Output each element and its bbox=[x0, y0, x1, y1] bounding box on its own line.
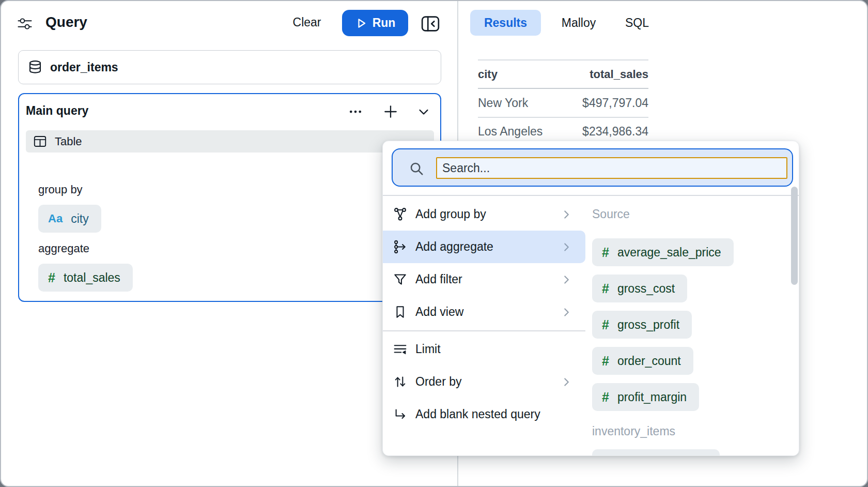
menu-item-add-filter[interactable]: Add filter bbox=[383, 263, 585, 296]
field-name: order_count bbox=[617, 354, 681, 368]
menu-item-label: Add aggregate bbox=[415, 240, 493, 254]
number-type-icon: # bbox=[602, 390, 609, 405]
tab-results[interactable]: Results bbox=[470, 10, 541, 36]
number-type-icon: # bbox=[602, 354, 609, 369]
run-button-label: Run bbox=[373, 16, 396, 30]
plus-icon bbox=[382, 103, 399, 120]
field-option-partial[interactable] bbox=[592, 449, 720, 456]
group-by-label: group by bbox=[38, 183, 83, 196]
add-clause-popup: Add group by Add aggregate Add f bbox=[382, 141, 799, 456]
app-window: Query Clear Run order_items Main query bbox=[0, 0, 868, 487]
add-clause-button[interactable] bbox=[381, 102, 400, 121]
menu-divider bbox=[383, 330, 585, 331]
source-selector[interactable]: order_items bbox=[18, 50, 441, 84]
menu-item-label: Order by bbox=[415, 375, 461, 389]
string-type-icon: Aa bbox=[48, 212, 63, 225]
menu-item-label: Add view bbox=[415, 305, 463, 319]
chevron-right-icon bbox=[560, 375, 573, 389]
column-header-total-sales: total_sales bbox=[544, 68, 648, 81]
aggregate-icon bbox=[393, 239, 408, 254]
column-header-city: city bbox=[478, 68, 498, 81]
chevron-down-icon bbox=[416, 104, 431, 119]
chevron-right-icon bbox=[560, 306, 573, 319]
number-type-icon: # bbox=[48, 270, 55, 285]
aggregate-field-name: total_sales bbox=[64, 271, 120, 285]
menu-item-label: Add filter bbox=[415, 272, 462, 286]
view-type-label: Table bbox=[55, 135, 82, 148]
menu-item-limit[interactable]: Limit bbox=[383, 333, 585, 366]
field-name: profit_margin bbox=[617, 390, 687, 404]
menu-item-add-group-by[interactable]: Add group by bbox=[383, 198, 585, 231]
aggregate-label: aggregate bbox=[38, 242, 89, 255]
nested-arrow-icon bbox=[393, 407, 408, 422]
more-options-button[interactable] bbox=[346, 102, 365, 121]
group-by-field-chip[interactable]: Aa city bbox=[38, 205, 101, 233]
table-cell: New York bbox=[478, 96, 528, 110]
chevron-right-icon bbox=[560, 208, 573, 221]
field-option-average-sale-price[interactable]: # average_sale_price bbox=[592, 238, 734, 266]
table-cell: $497,797.04 bbox=[544, 96, 648, 110]
menu-item-label: Add group by bbox=[415, 207, 486, 221]
search-box bbox=[392, 148, 793, 187]
group-by-field-name: city bbox=[71, 212, 89, 226]
tab-sql[interactable]: SQL bbox=[617, 10, 657, 36]
tab-malloy[interactable]: Malloy bbox=[553, 10, 605, 36]
table-row-border bbox=[478, 117, 648, 118]
table-cell: $234,986.34 bbox=[544, 125, 648, 139]
menu-item-add-view[interactable]: Add view bbox=[383, 296, 585, 328]
aggregate-field-chip[interactable]: # total_sales bbox=[38, 264, 133, 292]
filter-icon bbox=[393, 272, 408, 287]
number-type-icon: # bbox=[602, 281, 609, 296]
table-border bbox=[478, 59, 648, 60]
play-icon bbox=[355, 17, 367, 29]
field-name: gross_cost bbox=[617, 282, 675, 296]
ellipsis-icon bbox=[348, 104, 363, 119]
field-name: average_sale_price bbox=[617, 246, 721, 260]
menu-item-label: Add blank nested query bbox=[415, 407, 540, 421]
database-icon bbox=[27, 59, 43, 75]
field-option-gross-profit[interactable]: # gross_profit bbox=[592, 311, 692, 339]
menu-item-order-by[interactable]: Order by bbox=[383, 366, 585, 398]
menu-item-add-blank-nested-query[interactable]: Add blank nested query bbox=[383, 398, 585, 431]
field-name: gross_profit bbox=[617, 318, 679, 332]
popup-scrollbar[interactable] bbox=[791, 187, 798, 285]
number-type-icon: # bbox=[602, 245, 609, 260]
query-settings-icon bbox=[17, 16, 33, 32]
sort-arrows-icon bbox=[393, 374, 408, 389]
search-icon bbox=[409, 161, 424, 176]
field-option-gross-cost[interactable]: # gross_cost bbox=[592, 275, 687, 302]
bookmark-icon bbox=[393, 305, 408, 319]
group-by-icon bbox=[393, 207, 408, 222]
view-type-selector[interactable]: Table bbox=[26, 130, 434, 153]
collapse-query-button[interactable] bbox=[414, 102, 433, 121]
fields-section-label: Source bbox=[592, 207, 630, 221]
table-icon bbox=[33, 134, 47, 148]
popup-divider bbox=[383, 195, 799, 196]
page-title: Query bbox=[45, 14, 87, 31]
table-header-border bbox=[478, 88, 648, 89]
chevron-right-icon bbox=[560, 240, 573, 254]
run-button[interactable]: Run bbox=[342, 10, 408, 36]
main-query-title: Main query bbox=[26, 104, 88, 118]
clear-button[interactable]: Clear bbox=[284, 16, 330, 29]
collapse-panel-icon[interactable] bbox=[421, 14, 440, 34]
chevron-right-icon bbox=[560, 273, 573, 286]
number-type-icon: # bbox=[602, 317, 609, 332]
menu-item-add-aggregate[interactable]: Add aggregate bbox=[383, 231, 585, 263]
field-option-order-count[interactable]: # order_count bbox=[592, 347, 693, 375]
menu-item-label: Limit bbox=[415, 342, 441, 356]
field-option-profit-margin[interactable]: # profit_margin bbox=[592, 383, 699, 411]
table-cell: Los Angeles bbox=[478, 125, 542, 139]
next-section-label: inventory_items bbox=[592, 424, 675, 438]
limit-icon bbox=[393, 342, 408, 357]
source-name: order_items bbox=[50, 60, 118, 74]
search-input[interactable] bbox=[436, 157, 787, 179]
